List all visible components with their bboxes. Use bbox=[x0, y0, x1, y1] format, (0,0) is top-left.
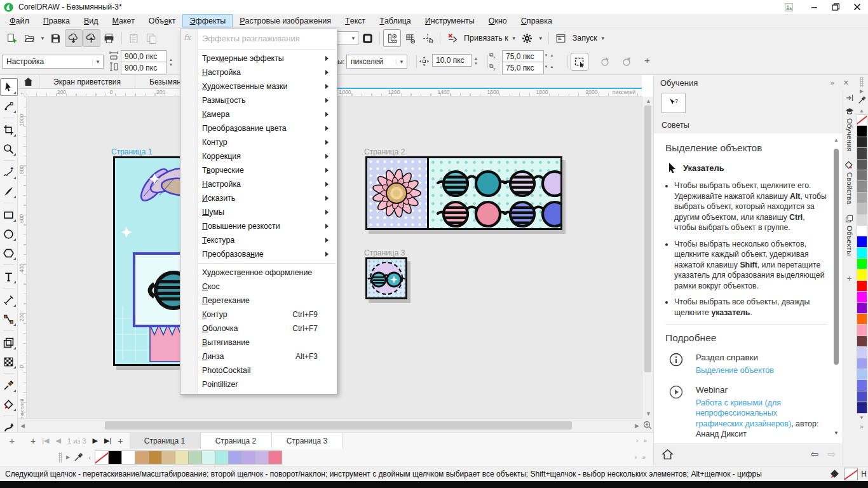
scroll-up-icon[interactable]: ▲ bbox=[646, 98, 651, 104]
color-swatch[interactable] bbox=[228, 451, 242, 464]
dimension-tool[interactable] bbox=[0, 291, 18, 309]
duplicate-y-spinner[interactable]: ▼▲ bbox=[545, 62, 553, 72]
copy-button[interactable] bbox=[143, 29, 161, 47]
menu-Макет[interactable]: Макет bbox=[105, 14, 142, 27]
scroll-left-icon[interactable]: ◀ bbox=[20, 423, 25, 429]
launch-label[interactable]: Запуск bbox=[573, 34, 597, 43]
welcome-home-tab[interactable] bbox=[18, 75, 39, 88]
palette-drag-handle[interactable] bbox=[58, 452, 62, 463]
color-swatch[interactable] bbox=[857, 336, 867, 347]
menu-Правка[interactable]: Правка bbox=[36, 14, 77, 27]
page3-artwork[interactable] bbox=[365, 257, 407, 299]
help-link[interactable]: Выделение объектов bbox=[696, 365, 774, 376]
color-swatch[interactable] bbox=[268, 451, 282, 464]
webinar-link[interactable]: Работа с кривыми (для непрофессиональных… bbox=[696, 398, 791, 428]
save-button[interactable] bbox=[47, 29, 65, 47]
zoom-tool[interactable] bbox=[0, 140, 18, 158]
page-tab-Страница 3[interactable]: Страница 3 bbox=[272, 433, 343, 449]
palette-eyedropper-icon[interactable] bbox=[74, 452, 83, 462]
start-on-edit-button[interactable] bbox=[596, 53, 614, 71]
learning-scrollbar[interactable]: ▲ ▼ bbox=[833, 137, 839, 436]
page-tab-Страница 1[interactable]: Страница 1 bbox=[130, 433, 201, 449]
color-swatch[interactable] bbox=[857, 358, 867, 369]
color-swatch[interactable] bbox=[121, 451, 135, 464]
learning-home-icon[interactable] bbox=[661, 449, 674, 460]
toolbox-add-button[interactable]: + bbox=[0, 433, 24, 449]
menu-item-Художественное оформление[interactable]: Художественное оформление bbox=[180, 266, 337, 280]
dropdown-arrow-icon[interactable]: ▼ bbox=[40, 36, 45, 41]
color-swatch[interactable] bbox=[857, 137, 867, 148]
grid-button[interactable] bbox=[401, 29, 419, 47]
menu-item-Шумы[interactable]: Шумы bbox=[180, 205, 337, 219]
page-width-field[interactable]: 900,0 пкс bbox=[121, 50, 166, 63]
menu-Таблица[interactable]: Таблица bbox=[372, 14, 418, 27]
nudge-field[interactable]: 10,0 пкс bbox=[432, 54, 471, 67]
color-swatch[interactable] bbox=[857, 125, 867, 137]
color-swatch[interactable] bbox=[857, 369, 867, 380]
color-swatch[interactable] bbox=[215, 451, 229, 464]
color-swatch[interactable] bbox=[857, 346, 867, 358]
color-swatch[interactable] bbox=[175, 451, 189, 464]
outline-indicator-swatch[interactable] bbox=[844, 468, 858, 480]
menu-item-Текстура[interactable]: Текстура bbox=[180, 233, 337, 247]
guidelines-button[interactable] bbox=[419, 29, 437, 47]
treat-as-filled-button[interactable] bbox=[571, 53, 588, 71]
color-swatch[interactable] bbox=[857, 236, 867, 247]
menu-item-PhotoCocktail[interactable]: PhotoCocktail bbox=[180, 363, 337, 377]
color-swatch[interactable] bbox=[857, 214, 867, 226]
palette-flyout-icon[interactable]: ▶ bbox=[860, 87, 864, 95]
vertical-scrollbar[interactable]: ▲ ▼ bbox=[642, 97, 653, 418]
menu-item-Контур[interactable]: КонтурCtrl+F9 bbox=[180, 308, 337, 322]
prev-page-button[interactable]: ◀ bbox=[56, 437, 61, 445]
menu-Объект[interactable]: Объект bbox=[142, 14, 183, 27]
learning-content[interactable]: Выделение объектов Указатель Чтобы выбра… bbox=[654, 133, 843, 443]
units-combo[interactable]: пикселей▼ bbox=[346, 55, 407, 69]
smart-fill-tool[interactable] bbox=[0, 395, 18, 413]
page2-artwork[interactable] bbox=[365, 156, 562, 230]
propbar-add-button[interactable]: + bbox=[644, 55, 650, 65]
menu-item-Творческие[interactable]: Творческие bbox=[180, 163, 337, 177]
cloud-download-button[interactable] bbox=[65, 29, 83, 47]
first-page-button[interactable]: |◀ bbox=[42, 437, 49, 445]
fill-indicator-icon[interactable] bbox=[829, 468, 841, 480]
menu-item-Перетекание[interactable]: Перетекание bbox=[180, 294, 337, 308]
palette-more-icon[interactable]: » bbox=[860, 422, 864, 431]
menu-item-Настройка[interactable]: Настройка bbox=[180, 65, 337, 79]
color-swatch[interactable] bbox=[857, 402, 867, 413]
open-button[interactable] bbox=[20, 29, 38, 47]
add-page-start-button[interactable]: + bbox=[31, 436, 36, 446]
menu-Справка[interactable]: Справка bbox=[514, 14, 559, 27]
color-swatch[interactable] bbox=[857, 391, 867, 402]
freehand-tool[interactable] bbox=[0, 163, 18, 181]
menu-item-Размытость[interactable]: Размытость bbox=[180, 93, 337, 107]
scroll-right-icon[interactable]: ▶ bbox=[635, 423, 639, 429]
menu-item-Коррекция[interactable]: Коррекция bbox=[180, 149, 337, 163]
menu-item-Исказить[interactable]: Исказить bbox=[180, 191, 337, 205]
color-swatch[interactable] bbox=[857, 170, 867, 181]
color-swatch[interactable] bbox=[857, 379, 867, 391]
cloud-upload-button[interactable] bbox=[83, 29, 100, 47]
duplicate-y-field[interactable]: 75,0 пкс bbox=[502, 62, 544, 74]
connector-tool[interactable] bbox=[0, 310, 18, 328]
menu-item-Скос[interactable]: Скос bbox=[180, 280, 337, 294]
palette-eyedropper-icon[interactable] bbox=[858, 95, 866, 107]
page-height-field[interactable]: 900,0 пкс bbox=[121, 62, 166, 74]
docker-autohide-icon[interactable] bbox=[846, 93, 853, 104]
docker-close-icon[interactable]: ✕ bbox=[843, 79, 849, 87]
document-tab-1[interactable]: Экран приветствия bbox=[39, 75, 135, 88]
menu-item-Оболочка[interactable]: ОболочкаCtrl+F7 bbox=[180, 322, 337, 336]
menu-Текст[interactable]: Текст bbox=[338, 14, 372, 27]
gear-button[interactable] bbox=[519, 29, 536, 47]
palette-flyout-icon[interactable]: ▶ bbox=[66, 454, 70, 460]
page-tab-Страница 2[interactable]: Страница 2 bbox=[201, 433, 272, 449]
ruler-origin[interactable]: ⌐ bbox=[18, 89, 27, 97]
zoom-level-combo[interactable]: ▼ bbox=[336, 31, 358, 45]
polygon-tool[interactable] bbox=[0, 244, 18, 262]
vertical-ruler[interactable]: 10008006004002000пикселей bbox=[18, 97, 27, 418]
menu-item-Преобразование[interactable]: Преобразование bbox=[180, 247, 337, 261]
docpal-more-icon[interactable]: » bbox=[642, 454, 646, 461]
transparency-tool[interactable] bbox=[0, 353, 18, 370]
vertical-scroll-thumb[interactable] bbox=[644, 105, 651, 372]
menu-Инструменты[interactable]: Инструменты bbox=[418, 14, 482, 27]
color-swatch[interactable] bbox=[857, 225, 867, 236]
